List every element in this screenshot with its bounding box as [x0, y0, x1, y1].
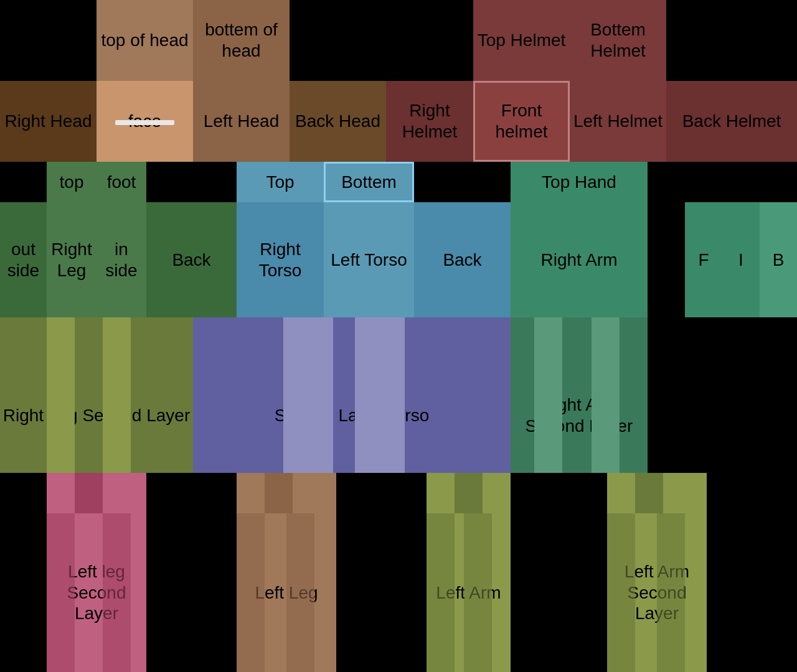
- sl-arm-left-hdr: [511, 317, 534, 358]
- left-head-cell[interactable]: Left Head: [193, 81, 290, 162]
- bottem-torso-label: Bottem: [341, 172, 397, 193]
- larm-sl-ol3-hdr: [663, 473, 707, 513]
- rarm-sl-inner2-main: [592, 358, 620, 473]
- sl-arm-inner1-hdr: [534, 317, 562, 358]
- back-helmet-cell[interactable]: Back Helmet: [666, 81, 797, 162]
- bottem-helmet-cell[interactable]: Bottem Helmet: [570, 0, 666, 81]
- right-leg-cell[interactable]: Right Leg: [47, 202, 97, 317]
- inside-leg-cell[interactable]: in side: [97, 202, 146, 317]
- top-leg-cell[interactable]: top: [47, 162, 97, 202]
- black-corner-tl: [0, 0, 97, 81]
- sl-leg-left-outer: [0, 317, 47, 358]
- right-leg-sl-label: Right Leg Second Layer: [3, 405, 190, 426]
- larm-ol3-hdr: [483, 473, 511, 513]
- b-label: B: [773, 250, 785, 271]
- lleg-sl-inner2-main: [103, 513, 131, 672]
- larm-sl-ol1-hdr: [607, 473, 635, 513]
- larm-sl-inner2-main: [657, 513, 685, 672]
- sl-torso-main-cell[interactable]: Second Layer Torso: [193, 358, 511, 473]
- bottem-torso-cell[interactable]: Bottem: [324, 162, 414, 202]
- top-of-head-cell[interactable]: top of head: [97, 0, 193, 81]
- left-helmet-cell[interactable]: Left Helmet: [570, 81, 666, 162]
- lleg-sl-inner1-main: [47, 513, 75, 672]
- sl-arm-right-hdr: [620, 317, 648, 358]
- rarm-sl-inner1-main: [534, 358, 562, 473]
- lleg-brn-inner1-main: [237, 513, 265, 672]
- sl-torso-right-hdr: [405, 317, 511, 358]
- back-torso-cell[interactable]: Back: [414, 202, 511, 317]
- black-bot-m3: [511, 473, 607, 513]
- top-helmet-label: Top Helmet: [478, 30, 566, 51]
- larm-sl-inner1-main: [607, 513, 635, 672]
- black-bot-main-m3: [511, 513, 607, 672]
- foot-leg-cell[interactable]: foot: [97, 162, 146, 202]
- top-leg-label: top: [60, 172, 84, 193]
- black-torso-tr: [648, 162, 797, 202]
- sl-leg-right-hdr: [131, 317, 193, 358]
- front-helmet-label: Front helmet: [475, 100, 568, 142]
- black-sl-main-tr: [648, 358, 797, 473]
- lleg-brn-inner2-main: [286, 513, 314, 672]
- top-torso-label: Top: [266, 172, 294, 193]
- top-helmet-cell[interactable]: Top Helmet: [473, 0, 570, 81]
- back-head-label: Back Head: [295, 111, 380, 132]
- top-of-head-label: top of head: [101, 30, 188, 51]
- b-cell[interactable]: B: [760, 202, 797, 317]
- lleg-sl-right-hdr: [103, 473, 146, 513]
- black-mid1: [290, 0, 473, 81]
- right-leg-label: Right Leg: [47, 239, 97, 281]
- left-head-label: Left Head: [204, 111, 279, 132]
- left-torso-label: Left Torso: [331, 250, 407, 271]
- black-corner-tr: [666, 0, 797, 81]
- right-head-cell[interactable]: Right Head: [0, 81, 97, 162]
- inside-leg-label: in side: [97, 239, 146, 281]
- black-bot-m2: [336, 473, 427, 513]
- top-hand-label: Top Hand: [542, 172, 616, 193]
- sl-torso-mid-hdr: [333, 317, 355, 358]
- right-torso-cell[interactable]: Right Torso: [237, 202, 324, 317]
- outside-leg-label: out side: [0, 239, 47, 281]
- bottem-of-head-cell[interactable]: bottem of head: [193, 0, 290, 81]
- foot-leg-label: foot: [107, 172, 136, 193]
- sl-torso-inner2-main: [355, 358, 405, 473]
- back-head-cell[interactable]: Back Head: [290, 81, 386, 162]
- black-leg-tl: [0, 162, 47, 202]
- black-bot-main-tr: [707, 513, 797, 672]
- bottem-helmet-label: Bottem Helmet: [570, 19, 666, 61]
- left-torso-cell[interactable]: Left Torso: [324, 202, 414, 317]
- sl-torso-left-hdr: [193, 317, 283, 358]
- black-bot-main-l: [0, 513, 47, 672]
- back-leg-cell[interactable]: Back: [146, 202, 237, 317]
- top-torso-cell[interactable]: Top: [237, 162, 324, 202]
- black-bot-main-m1: [146, 513, 237, 672]
- right-helmet-cell[interactable]: Right Helmet: [386, 81, 473, 162]
- black-bot-tr: [707, 473, 797, 513]
- i-label: I: [738, 250, 743, 271]
- top-hand-cell[interactable]: Top Hand: [511, 162, 648, 202]
- black-leg-mid: [146, 162, 237, 202]
- sl-leg-inner1-hdr: [47, 317, 75, 358]
- back-torso-label: Back: [443, 250, 481, 271]
- right-head-label: Right Head: [4, 111, 92, 132]
- right-arm-cell[interactable]: Right Arm: [511, 202, 648, 317]
- i-cell[interactable]: I: [722, 202, 760, 317]
- face-bar: [115, 120, 174, 125]
- outside-leg-cell[interactable]: out side: [0, 202, 47, 317]
- right-torso-label: Right Torso: [237, 239, 324, 281]
- sl-torso-inner1-hdr: [283, 317, 333, 358]
- right-leg-sl-cell[interactable]: Right Leg Second Layer: [0, 358, 193, 473]
- lleg-brn1-hdr: [237, 473, 265, 513]
- main-grid: top of head bottem of head Top Helmet Bo…: [0, 0, 797, 672]
- right-arm-sl-cell[interactable]: Right Arm Second Layer: [511, 358, 648, 473]
- right-arm-sl-label: Right Arm Second Layer: [511, 394, 648, 436]
- left-helmet-label: Left Helmet: [573, 111, 663, 132]
- black-torso-mid: [414, 162, 511, 202]
- o-label: O: [659, 250, 673, 271]
- o-cell[interactable]: O: [648, 202, 685, 317]
- right-helmet-label: Right Helmet: [386, 100, 473, 142]
- black-sl-hdr-tr: [648, 317, 797, 358]
- sl-torso-inner2-hdr: [355, 317, 405, 358]
- f-cell[interactable]: F: [685, 202, 722, 317]
- rleg-sl-inner1: [47, 358, 75, 473]
- front-helmet-cell[interactable]: Front helmet: [473, 81, 570, 162]
